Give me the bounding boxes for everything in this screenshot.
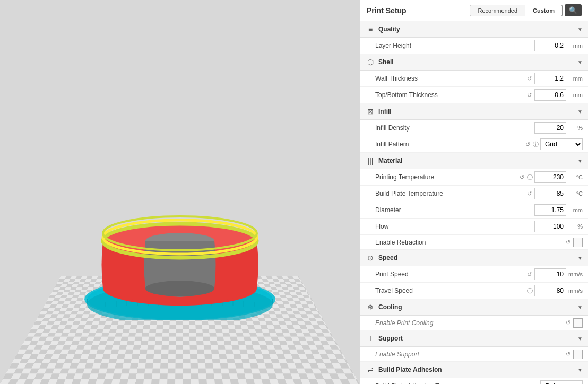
setting-row-shell-1: Top/Bottom Thickness↺mm (360, 87, 588, 103)
unit-label-quality-0: mm (568, 42, 583, 49)
row-label-cooling-0: Enable Print Cooling (375, 319, 565, 327)
section-title-support: Support (378, 335, 577, 342)
value-input-infill-0[interactable] (534, 122, 566, 134)
checkbox-support-0[interactable] (573, 350, 583, 359)
reset-btn-cooling-0[interactable]: ↺ (565, 319, 572, 326)
section-icon-speed: ⊙ (366, 253, 375, 263)
search-button[interactable]: 🔍 (565, 4, 582, 16)
collapse-icon-buildplate: ▼ (577, 367, 583, 373)
section-header-infill[interactable]: ⊠ Infill ▼ (360, 103, 588, 120)
row-label-quality-0: Layer Height (375, 42, 534, 49)
section-icon-support: ⊥ (366, 334, 375, 343)
collapse-icon-support: ▼ (577, 336, 583, 342)
section-title-infill: Infill (378, 108, 577, 115)
dropdown-buildplate-0[interactable]: RaftBrimSkirtNone (540, 380, 583, 384)
value-input-material-1[interactable] (534, 188, 566, 199)
section-icon-material: ||| (366, 156, 375, 165)
row-controls-infill-0: % (534, 122, 583, 134)
reset-btn-infill-1[interactable]: ↺ (524, 141, 531, 148)
reset-btn-support-0[interactable]: ↺ (565, 351, 572, 357)
setting-row-shell-0: Wall Thickness↺mm (360, 71, 588, 87)
setting-row-speed-0: Print Speed↺mm/s (360, 266, 588, 283)
collapse-icon-quality: ▼ (577, 27, 583, 32)
row-controls-speed-1: ⓘmm/s (527, 285, 583, 296)
section-title-quality: Quality (378, 25, 577, 33)
info-icon-infill-1[interactable]: ⓘ (533, 141, 539, 149)
unit-label-material-3: % (568, 223, 583, 230)
section-title-buildplate: Build Plate Adhesion (378, 366, 577, 373)
reset-btn-shell-1[interactable]: ↺ (526, 92, 533, 99)
checkbox-material-4[interactable] (573, 238, 583, 247)
row-label-material-0: Printing Temperature (375, 173, 518, 181)
unit-label-shell-1: mm (568, 92, 583, 98)
section-body-buildplate: Build Plate Adhesion Type↺RaftBrimSkirtN… (360, 378, 588, 384)
reset-btn-material-4[interactable]: ↺ (565, 239, 572, 246)
section-icon-cooling: ❄ (366, 302, 375, 312)
section-body-material: Printing Temperature↺ⓘ°CBuild Plate Temp… (360, 169, 588, 250)
unit-label-speed-1: mm/s (568, 287, 583, 294)
value-input-shell-0[interactable] (534, 73, 566, 84)
setting-row-support-0: Enable Support↺ (360, 347, 588, 362)
row-controls-buildplate-0: ↺RaftBrimSkirtNone (532, 380, 583, 384)
section-header-buildplate[interactable]: ≓ Build Plate Adhesion ▼ (360, 362, 588, 378)
value-input-speed-0[interactable] (534, 268, 566, 280)
setting-row-speed-1: Travel Speedⓘmm/s (360, 283, 588, 299)
row-label-shell-1: Top/Bottom Thickness (375, 91, 526, 99)
collapse-icon-speed: ▼ (577, 255, 583, 261)
collapse-icon-infill: ▼ (577, 109, 583, 115)
reset-btn-material-1[interactable]: ↺ (526, 190, 533, 197)
value-input-material-0[interactable] (534, 171, 566, 183)
row-controls-material-2: mm (534, 204, 583, 216)
custom-button[interactable]: Custom (525, 5, 563, 16)
row-label-speed-1: Travel Speed (375, 287, 527, 294)
section-header-material[interactable]: ||| Material ▼ (360, 153, 588, 169)
section-icon-quality: ≡ (366, 24, 375, 34)
collapse-icon-shell: ▼ (577, 59, 583, 65)
row-label-shell-0: Wall Thickness (375, 75, 526, 82)
reset-btn-shell-0[interactable]: ↺ (526, 75, 533, 82)
section-header-quality[interactable]: ≡ Quality ▼ (360, 21, 588, 38)
row-label-material-2: Diameter (375, 206, 534, 214)
reset-btn-material-0[interactable]: ↺ (518, 174, 525, 181)
info-icon-material-0[interactable]: ⓘ (527, 173, 533, 181)
checkbox-cooling-0[interactable] (573, 318, 583, 328)
section-header-support[interactable]: ⊥ Support ▼ (360, 330, 588, 347)
section-header-cooling[interactable]: ❄ Cooling ▼ (360, 299, 588, 316)
row-controls-material-3: % (534, 221, 583, 232)
section-header-speed[interactable]: ⊙ Speed ▼ (360, 250, 588, 266)
value-input-material-2[interactable] (534, 204, 566, 216)
ring-svg (79, 172, 281, 320)
panel-header: Print Setup Recommended Custom 🔍 (360, 0, 588, 21)
setting-row-buildplate-0: Build Plate Adhesion Type↺RaftBrimSkirtN… (360, 378, 588, 384)
section-title-cooling: Cooling (378, 303, 577, 311)
3d-model (79, 172, 281, 320)
reset-btn-speed-0[interactable]: ↺ (526, 271, 533, 278)
section-body-cooling: Enable Print Cooling↺ (360, 316, 588, 330)
section-title-shell: Shell (378, 58, 577, 66)
setting-row-quality-0: Layer Heightmm (360, 38, 588, 54)
recommended-button[interactable]: Recommended (470, 5, 525, 16)
value-input-shell-1[interactable] (534, 89, 566, 101)
info-icon-speed-1[interactable]: ⓘ (527, 287, 533, 295)
row-controls-shell-1: ↺mm (526, 89, 583, 101)
section-header-shell[interactable]: ⬡ Shell ▼ (360, 54, 588, 71)
collapse-icon-material: ▼ (577, 158, 583, 164)
unit-label-shell-0: mm (568, 75, 583, 82)
section-title-material: Material (378, 157, 577, 164)
setting-row-material-2: Diametermm (360, 202, 588, 219)
row-label-material-3: Flow (375, 223, 534, 230)
section-body-quality: Layer Heightmm (360, 38, 588, 54)
unit-label-material-1: °C (568, 190, 583, 197)
section-body-infill: Infill Density%Infill Pattern↺ⓘGridLines… (360, 120, 588, 153)
row-controls-cooling-0: ↺ (565, 318, 583, 328)
section-body-shell: Wall Thickness↺mmTop/Bottom Thickness↺mm (360, 71, 588, 103)
value-input-material-3[interactable] (534, 221, 566, 232)
value-input-quality-0[interactable] (534, 40, 566, 51)
setting-row-material-4: Enable Retraction↺ (360, 235, 588, 250)
row-label-infill-1: Infill Pattern (375, 141, 524, 148)
row-label-infill-0: Infill Density (375, 124, 534, 132)
section-body-speed: Print Speed↺mm/sTravel Speedⓘmm/s (360, 266, 588, 299)
dropdown-infill-1[interactable]: GridLinesTrianglesCubic (540, 138, 583, 150)
row-controls-support-0: ↺ (565, 350, 583, 359)
value-input-speed-1[interactable] (534, 285, 566, 296)
